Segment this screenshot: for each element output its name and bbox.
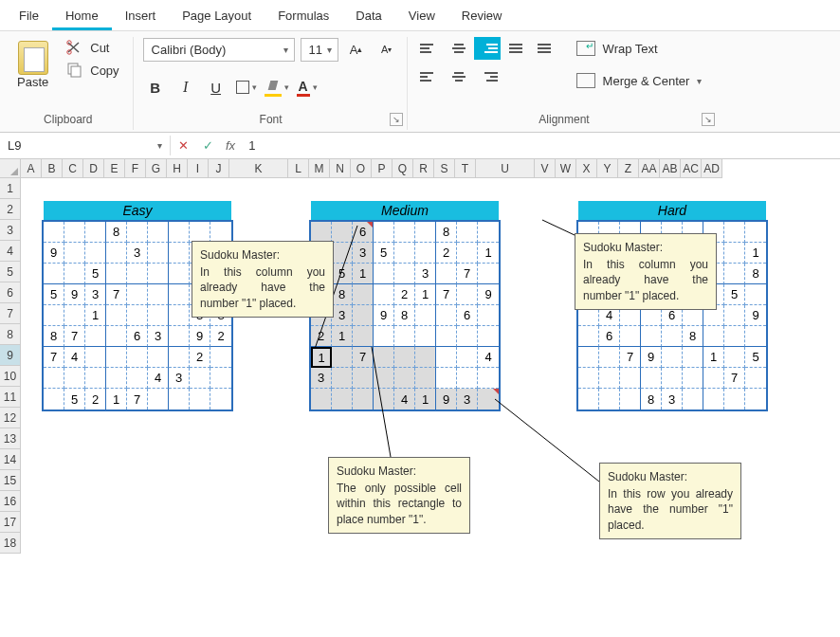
sudoku-cell[interactable] [724,347,745,368]
column-header-Z[interactable]: Z [618,159,639,177]
name-box[interactable]: L9 ▾ [0,136,171,155]
column-header-D[interactable]: D [83,159,104,177]
column-header-H[interactable]: H [167,159,188,177]
copy-button[interactable]: Copy [60,60,124,81]
sudoku-cell[interactable] [44,264,64,284]
sudoku-cell[interactable]: 4 [394,389,415,410]
sudoku-cell[interactable]: 1 [478,243,499,264]
ribbon-tab-page-layout[interactable]: Page Layout [169,4,265,30]
column-header-A[interactable]: A [21,159,42,177]
sudoku-cell[interactable]: 5 [332,264,353,284]
sudoku-cell[interactable] [311,222,332,243]
sudoku-cell[interactable] [662,368,683,389]
sudoku-cell[interactable] [190,389,210,410]
sudoku-cell[interactable] [578,389,599,410]
sudoku-cell[interactable] [127,284,148,305]
sudoku-cell[interactable] [169,284,190,305]
sudoku-cell[interactable] [457,222,478,243]
sudoku-cell[interactable] [169,264,190,284]
row-header-3[interactable]: 3 [0,220,20,241]
column-header-X[interactable]: X [576,159,597,177]
sudoku-cell[interactable] [662,326,683,347]
sudoku-cell[interactable] [394,326,415,347]
sudoku-cell[interactable]: 3 [85,284,106,305]
alignment-dialog-launcher[interactable]: ↘ [702,113,715,126]
sudoku-cell[interactable]: 9 [64,284,85,305]
sudoku-cell[interactable]: 1 [745,243,766,264]
sudoku-cell[interactable] [457,326,478,347]
sudoku-cell[interactable]: 9 [374,305,394,326]
sudoku-cell[interactable] [210,368,231,389]
cut-button[interactable]: Cut [60,37,124,58]
sudoku-cell[interactable] [106,326,127,347]
sudoku-cell[interactable]: 6 [599,326,620,347]
column-header-E[interactable]: E [104,159,125,177]
sudoku-cell[interactable] [683,368,703,389]
sudoku-cell[interactable] [127,368,148,389]
ribbon-tab-data[interactable]: Data [342,4,394,30]
column-header-C[interactable]: C [63,159,83,177]
decrease-indent-button[interactable] [506,37,533,60]
sudoku-cell[interactable] [394,264,415,284]
sudoku-cell[interactable]: 2 [394,284,415,305]
sudoku-cell[interactable] [332,368,353,389]
sudoku-cell[interactable]: 6 [353,222,374,243]
sudoku-cell[interactable] [85,243,106,264]
sudoku-cell[interactable]: 1 [415,284,436,305]
column-header-W[interactable]: W [556,159,576,177]
sudoku-cell[interactable] [353,305,374,326]
sudoku-cell[interactable]: 8 [641,389,662,410]
sudoku-cell[interactable] [478,305,499,326]
paste-button[interactable]: Paste [11,37,54,93]
sudoku-cell[interactable]: 2 [85,389,106,410]
sudoku-cell[interactable]: 3 [311,368,332,389]
sudoku-cell[interactable] [353,368,374,389]
sudoku-cell[interactable]: 8 [106,222,127,243]
sudoku-cell[interactable] [106,305,127,326]
row-header-10[interactable]: 10 [0,366,20,387]
sudoku-cell[interactable]: 7 [620,347,641,368]
sudoku-cell[interactable]: 4 [64,347,85,368]
sudoku-cell[interactable]: 8 [44,326,64,347]
sudoku-cell[interactable] [457,243,478,264]
row-header-2[interactable]: 2 [0,199,20,220]
increase-indent-button[interactable] [535,37,561,60]
row-header-5[interactable]: 5 [0,262,20,282]
sudoku-cell[interactable] [374,389,394,410]
sudoku-cell[interactable] [394,347,415,368]
column-header-T[interactable]: T [455,159,476,177]
sudoku-cell[interactable] [332,243,353,264]
column-header-O[interactable]: O [351,159,372,177]
row-header-1[interactable]: 1 [0,178,20,199]
row-header-11[interactable]: 11 [0,387,20,408]
sudoku-cell[interactable]: 1 [415,389,436,410]
sudoku-cell[interactable] [44,222,64,243]
row-header-8[interactable]: 8 [0,324,20,345]
sudoku-cell[interactable]: 3 [169,368,190,389]
sudoku-cell[interactable]: 6 [457,305,478,326]
column-header-AA[interactable]: AA [639,159,660,177]
sudoku-cell[interactable]: 7 [127,389,148,410]
sudoku-cell[interactable] [457,347,478,368]
sudoku-cell[interactable] [745,326,766,347]
sudoku-cell[interactable] [599,389,620,410]
sudoku-cell[interactable]: 1 [85,305,106,326]
sudoku-cell[interactable] [332,222,353,243]
sudoku-cell[interactable] [374,222,394,243]
sudoku-cell[interactable]: 8 [332,284,353,305]
sudoku-cell[interactable] [578,368,599,389]
sudoku-cell[interactable] [478,264,499,284]
sudoku-cell[interactable] [353,284,374,305]
sudoku-cell[interactable] [332,347,353,368]
sudoku-cell[interactable]: 1 [332,326,353,347]
align-middle-button[interactable] [446,37,472,60]
sudoku-cell[interactable]: 7 [724,368,745,389]
row-header-15[interactable]: 15 [0,470,20,491]
sudoku-cell[interactable] [683,347,703,368]
sudoku-cell[interactable]: 8 [745,264,766,284]
sudoku-cell[interactable] [599,347,620,368]
sudoku-cell[interactable]: 4 [148,368,169,389]
sudoku-cell[interactable]: 1 [311,347,332,368]
sudoku-cell[interactable]: 8 [683,326,703,347]
sudoku-cell[interactable] [64,222,85,243]
